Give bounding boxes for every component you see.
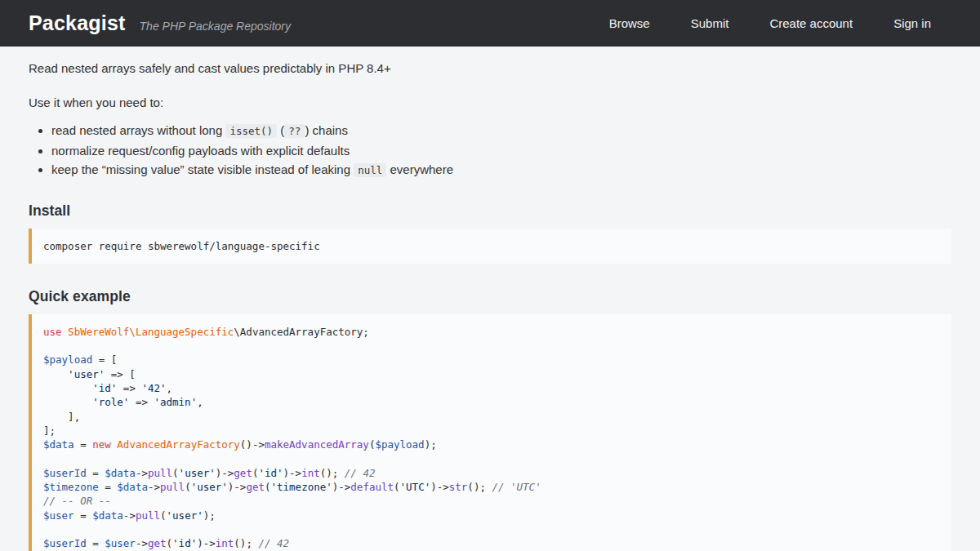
inline-code: ?? [284,124,305,138]
inline-code: null [354,163,386,177]
inline-code: isset() [225,124,277,138]
readme-content: Read nested arrays safely and cast value… [0,47,980,551]
brand-logo[interactable]: Packagist [29,11,126,35]
use-case-list: read nested arrays without long isset() … [29,121,951,180]
quick-example-heading: Quick example [29,288,951,305]
use-when-paragraph: Use it when you need to: [29,94,951,111]
brand-tagline: The PHP Package Repository [140,20,291,33]
nav-browse[interactable]: Browse [609,16,650,30]
main-nav: Browse Submit Create account Sign in [609,16,931,30]
intro-paragraph: Read nested arrays safely and cast value… [29,60,951,77]
list-item-missing-value: keep the “missing value” state visible i… [51,160,951,180]
nav-create-account[interactable]: Create account [769,16,853,30]
nav-sign-in[interactable]: Sign in [893,16,931,30]
install-heading: Install [29,202,951,220]
nav-submit[interactable]: Submit [691,16,729,30]
header: Packagist The PHP Package Repository Bro… [0,0,980,47]
brand: Packagist The PHP Package Repository [29,11,291,35]
list-item-isset-chains: read nested arrays without long isset() … [51,121,951,141]
example-code-block: use SbWereWolf\LanguageSpecific\Advanced… [29,314,951,551]
list-item-normalize-payloads: normalize request/config payloads with e… [51,141,951,161]
install-code-block: composer require sbwerewolf/language-spe… [29,229,951,264]
